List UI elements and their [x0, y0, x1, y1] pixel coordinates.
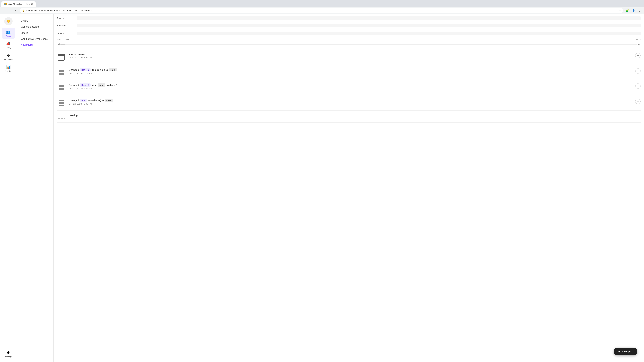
- url-display: getdrip.com/7641396/subscribers/x31t6xtu…: [26, 9, 617, 12]
- workflows-icon: ⚙: [7, 53, 10, 58]
- expand-button-changed-3[interactable]: +: [635, 99, 641, 104]
- calendar-icon-top: [58, 54, 64, 56]
- line-2c: [58, 102, 64, 103]
- sidebar-item-analytics[interactable]: 📊 Analytics: [2, 63, 15, 74]
- activity-item-product-review: ✓ Product review Dec 12, 2023 • 6:28 PM …: [57, 50, 641, 65]
- drip-logo[interactable]: 😊: [4, 17, 12, 25]
- chart-date-end: Today: [635, 38, 641, 41]
- sidebar-item-label-settings: Settings: [5, 356, 12, 358]
- chart-rows: Emails Sessions Orders: [54, 14, 644, 37]
- svg-text:😊: 😊: [7, 20, 10, 23]
- field-name-tag-1: Name_1: [80, 68, 90, 71]
- tab-close-button[interactable]: ✕: [31, 3, 33, 5]
- reload-button[interactable]: ↻: [14, 8, 18, 13]
- left-nav-emails[interactable]: Emails: [17, 30, 54, 36]
- sidebar-item-label-analytics: Analytics: [4, 70, 12, 72]
- line-4b: [58, 89, 64, 90]
- activity-content-meeting: meeting: [69, 114, 641, 117]
- chart-row-emails: Emails: [57, 14, 641, 22]
- sidebar-item-people[interactable]: 👥 People: [2, 28, 15, 38]
- new-tab-button[interactable]: +: [36, 1, 40, 7]
- activity-date-product-review: Dec 12, 2023 • 6:28 PM: [69, 56, 641, 59]
- chart-row-orders: Orders: [57, 29, 641, 37]
- activity-item-changed-name1-cake-blank: Changed Name_1 from cake to (blank) Dec …: [57, 80, 641, 95]
- activity-title-changed-1: Changed Name_1 from (blank) to cake: [69, 68, 641, 71]
- activity-content-product-review: Product review Dec 12, 2023 • 6:28 PM: [69, 53, 641, 59]
- activity-date-changed-1: Dec 12, 2023 • 6:23 PM: [69, 72, 641, 75]
- activity-content-changed-3: Changed one from (blank) to cake Dec 12,…: [69, 99, 641, 105]
- browser-chrome: 🌀 bingo@gmail.com · Drip ✕ + ← → ↻ 🔒 get…: [0, 0, 644, 14]
- chart-scroll-track[interactable]: [60, 43, 638, 44]
- menu-button[interactable]: ⋮: [637, 8, 642, 13]
- activity-date-changed-3: Dec 12, 2023 • 6:09 PM: [69, 103, 641, 105]
- field-name-tag-3: one: [80, 99, 86, 102]
- main-content: Emails Sessions Orders Dec 12, 2023 Toda…: [54, 14, 644, 362]
- activity-icon-meeting: [57, 114, 66, 122]
- product-review-label: Product review: [69, 53, 85, 56]
- activity-title-changed-2: Changed Name_1 from cake to (blank): [69, 83, 641, 87]
- activity-item-meeting: meeting: [57, 111, 641, 122]
- forward-button[interactable]: →: [8, 8, 13, 13]
- expand-button-product-review[interactable]: +: [635, 53, 641, 58]
- extensions-button[interactable]: 🧩: [624, 8, 630, 13]
- chart-bar-orders: [77, 31, 641, 35]
- bookmark-icon[interactable]: ☆: [618, 9, 621, 12]
- profile-button[interactable]: 👤: [631, 8, 636, 13]
- chart-scroll-left[interactable]: ◀: [57, 43, 60, 45]
- line-1: [58, 70, 64, 70]
- left-nav-all-activity[interactable]: All Activity: [17, 42, 54, 48]
- chart-row-sessions: Sessions: [57, 22, 641, 29]
- back-button[interactable]: ←: [2, 8, 7, 13]
- activity-date-changed-2: Dec 12, 2023 • 6:09 PM: [69, 87, 641, 90]
- sidebar-item-label-campaigns: Campaigns: [4, 46, 13, 49]
- active-tab[interactable]: 🌀 bingo@gmail.com · Drip ✕: [1, 1, 36, 7]
- activity-content-changed-2: Changed Name_1 from cake to (blank) Dec …: [69, 83, 641, 90]
- chart-label-orders: Orders: [57, 32, 77, 34]
- lines-icon-3: [58, 99, 64, 106]
- campaigns-icon: 📣: [6, 41, 10, 46]
- left-nav-orders[interactable]: Orders: [17, 18, 54, 24]
- activity-item-changed-name1-blank-cake: Changed Name_1 from (blank) to cake Dec …: [57, 65, 641, 80]
- activity-feed: ✓ Product review Dec 12, 2023 • 6:28 PM …: [54, 46, 644, 126]
- expand-button-changed-2[interactable]: +: [635, 83, 641, 89]
- left-nav-workflows-email-series[interactable]: Workflows & Email Series: [17, 36, 54, 42]
- from-text-2: from: [92, 84, 96, 86]
- from-text-1: from (blank) to: [92, 68, 108, 71]
- left-nav-website-sessions[interactable]: Website Sessions: [17, 24, 54, 30]
- people-icon: 👥: [6, 30, 10, 34]
- activity-content-changed-1: Changed Name_1 from (blank) to cake Dec …: [69, 68, 641, 75]
- browser-toolbar: ← → ↻ 🔒 getdrip.com/7641396/subscribers/…: [0, 7, 644, 14]
- calendar-icon: ✓: [58, 54, 64, 60]
- sidebar-item-label-people: People: [5, 35, 11, 37]
- line-3: [58, 73, 64, 73]
- left-nav: Orders Website Sessions Emails Workflows…: [17, 14, 54, 362]
- settings-icon: ⚙: [7, 351, 10, 355]
- lines-icon-1: [58, 69, 64, 76]
- field-value-tag-3: cake: [105, 99, 113, 102]
- chart-date-start: Dec 12, 2023: [57, 38, 69, 41]
- sidebar-item-settings[interactable]: ⚙ Settings: [2, 349, 15, 359]
- drip-support-button[interactable]: Drip Support: [614, 348, 637, 355]
- tab-favicon: 🌀: [4, 3, 7, 5]
- from-text-3: from (blank) to: [88, 99, 104, 102]
- line-4c: [58, 105, 64, 106]
- activity-title-changed-3: Changed one from (blank) to cake: [69, 99, 641, 102]
- chart-scroll-right[interactable]: ▶: [638, 43, 641, 45]
- line-3c: [58, 103, 64, 104]
- chart-area: Emails Sessions Orders Dec 12, 2023 Toda…: [54, 14, 644, 46]
- chart-bar-emails: [77, 16, 641, 20]
- address-bar[interactable]: 🔒 getdrip.com/7641396/subscribers/x31t6x…: [20, 8, 623, 13]
- meeting-label: meeting: [69, 114, 78, 117]
- sidebar-item-workflows[interactable]: ⚙ Workflows: [2, 52, 15, 62]
- browser-right-buttons: 🧩 👤 ⋮: [624, 8, 642, 13]
- chart-label-sessions: Sessions: [57, 24, 77, 27]
- checkmark-icon: ✓: [60, 57, 62, 60]
- sidebar: 😊 👥 People 📣 Campaigns ⚙ Workflows 📊 Ana…: [0, 14, 17, 362]
- expand-button-changed-1[interactable]: +: [635, 68, 641, 73]
- app-container: 😊 👥 People 📣 Campaigns ⚙ Workflows 📊 Ana…: [0, 14, 644, 362]
- sidebar-item-campaigns[interactable]: 📣 Campaigns: [2, 40, 15, 50]
- line-2b: [58, 86, 64, 87]
- activity-icon-field-change-1: [57, 68, 66, 77]
- changed-prefix-2: Changed: [69, 84, 79, 86]
- tab-title: bingo@gmail.com · Drip: [8, 3, 30, 5]
